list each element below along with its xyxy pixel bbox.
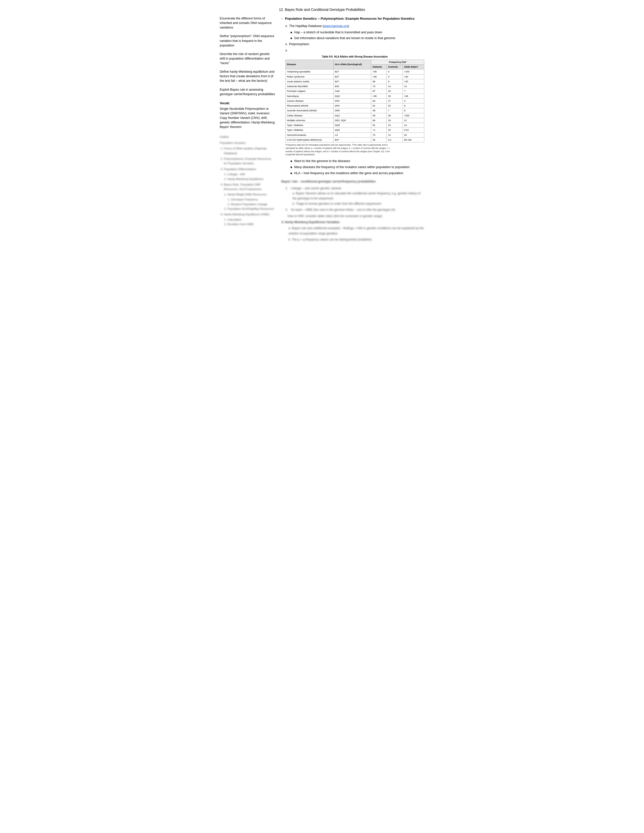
o-bullet-3: o [285,48,424,53]
square-icon-1: ■ [290,30,292,35]
vocab-title: Vocab: [220,101,275,106]
hap-bullet-2-text: Get information about variations that ar… [294,36,395,41]
col-hla-allele: HLA Allele (Serological) [333,60,371,69]
main-bullet-text: Population Genetics -- Polymorphism: Exa… [285,16,415,21]
col-patients: Patients [371,64,386,69]
table-row: Psoriasis vulgarisCw687337 [286,89,424,94]
after-bullet-1-text: Want to link the genome to the diseases [294,159,350,164]
table-row: Celiac diseaseDQ29928>250 [286,113,424,118]
left-item-4: Define hardy-Weinberg equilibrium and fa… [220,69,275,83]
table-row: HemochromatosisA3751320 [286,132,424,137]
table-row: Acute anterior uveitisB27689>20 [286,79,424,84]
after-bullet-3-text: HLA – how frequency are the mutations wi… [294,171,403,176]
left-item-2: Define “polymorphism”: DNA sequence vari… [220,34,275,47]
table-row: CAH (21-hydroxylase deficiency)B47250.28… [286,137,424,142]
after-bullet-3: ■ HLA – how frequency are the mutations … [290,171,424,176]
right-column: - Population Genetics -- Polymorphism: E… [281,16,424,243]
square-icon-3: ■ [290,159,292,164]
table-row: Multiple sclerosisDR2, DQ6863312 [286,118,424,123]
table-row: Ankylosing spondylitisB27>959>150 [286,69,424,74]
col-controls: Controls [386,64,403,69]
polymorphism-text: Polymorphism [289,42,309,47]
o-bullet-hapmap: o The HapMap Database (www.hapmap.org) [285,24,424,29]
left-item-5: Exploit Bayes rule in assessing genotype… [220,87,275,96]
table-row: Subacute thyroiditisB35701414 [286,84,424,89]
after-bullet-2-text: Many diseases the frequency of the mutat… [294,165,410,170]
square-icon-4: ■ [290,165,292,170]
square-icon-2: ■ [290,36,292,41]
table-row: Type I diabetesDQ6<1330.02 [286,128,424,132]
o-label-2: o [285,42,287,47]
freq-header: Frequency (%)* [371,60,424,64]
sub-bullet-hap2: ■ Get information about variations that … [290,36,424,41]
o-label-1: o [285,24,287,29]
hapmap-link[interactable]: www.hapmap.org [324,24,348,28]
table-row: NarcolepsyDQ6>9533>38 [286,94,424,98]
o-label-3: o [285,48,287,53]
page-title: 12. Bayes Rule and Conditional Genotype … [220,8,424,11]
col-disease: Disease [286,60,333,69]
left-column: Enumerate the different forms of inherit… [220,16,275,243]
sub-bullet-hap1: ■ Hap – a stretch of nucleotide that is … [290,30,424,35]
blurred-content: Bayes' rule – conditional genotype carri… [281,179,424,242]
vocab-text: Single Nucleotide Polymorphism or Varian… [220,106,275,130]
left-item-1: Enumerate the different forms of inherit… [220,16,275,30]
o-bullet-polymorphism: o Polymorphism [285,42,424,47]
hla-table: Disease HLA Allele (Serological) Frequen… [285,60,424,142]
hap-bullet-1-text: Hap – a stretch of nucleotide that is tr… [294,30,382,35]
square-icon-5: ■ [290,171,292,176]
table-row: Type I diabetesDQ8812314 [286,123,424,128]
hapmap-text: The HapMap Database (www.hapmap.org) [289,24,349,29]
table-row: Graves diseaseDR365274 [286,98,424,103]
main-bullet: - Population Genetics -- Polymorphism: E… [281,16,424,21]
col-odds: Odds Ratio† [402,64,424,69]
table-row: Rheumatoid arthritisDR481339 [286,103,424,108]
after-bullet-2: ■ Many diseases the frequency of the mut… [290,165,424,170]
after-bullet-1: ■ Want to link the genome to the disease… [290,159,424,164]
dash-symbol: - [281,16,282,21]
table-row: Juvenile rheumatoid arthritisDR83878 [286,108,424,113]
vocab-section: Vocab: Single Nucleotide Polymorphism or… [220,101,275,130]
left-item-3: Describe the role of random genetic drif… [220,52,275,65]
hla-table-container: Table 9-5. HLA Alleles with Strong Disea… [285,55,424,156]
blurred-outline: Outline Population Genetics Forms of DNA… [220,135,275,227]
table-row: Reiter syndromeB27>809>40 [286,74,424,79]
table-title: Table 9-5. HLA Alleles with Strong Disea… [285,55,424,59]
table-note: *Frequency data are for Norwegian popula… [285,143,391,156]
